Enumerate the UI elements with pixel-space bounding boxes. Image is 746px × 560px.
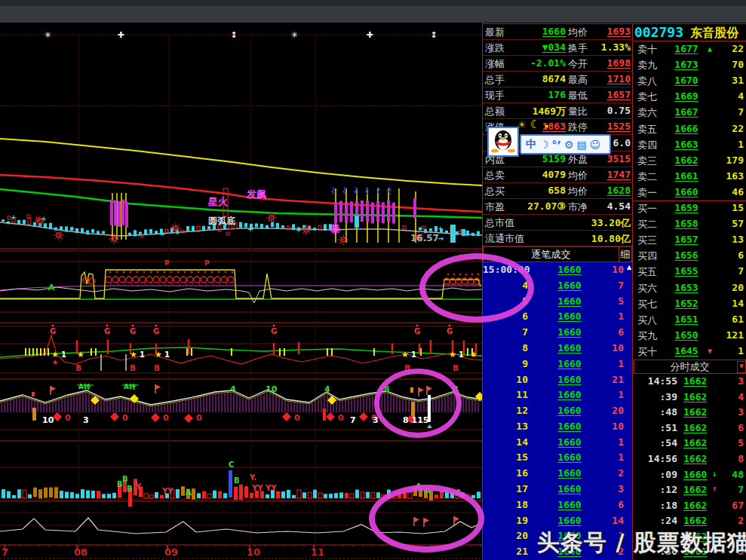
ladder-row[interactable]: 卖十1677▲22 [634, 41, 746, 57]
time-sales-row[interactable]: :5116626 [634, 421, 746, 436]
tick-row[interactable]: 8166010 [483, 341, 632, 357]
tick-row[interactable]: 1416601 [483, 435, 632, 451]
main-chart[interactable]: ✳✚↕✳✚↕+++++++星火发飙圆弧底暴16.57→PPAGGGGGGG★★★… [0, 0, 483, 560]
ladder-volume: 61 [715, 314, 744, 325]
ime-wrench-icon[interactable]: ⚙ [564, 139, 574, 151]
sell-buy-divider [634, 200, 746, 201]
ladder-level-label: 卖九 [637, 59, 657, 72]
time-sales-corner-icon[interactable]: ▼ [737, 361, 746, 373]
ladder-row[interactable]: 买二165857 [634, 216, 746, 232]
ime-moon-icon[interactable]: ☽ [539, 139, 549, 151]
qq-penguin-icon [489, 128, 517, 155]
ladder-row[interactable]: 买八165161 [634, 312, 746, 328]
time-sales-row[interactable]: :4816623 [634, 405, 746, 421]
ladder-row[interactable]: 买一165915 [634, 200, 746, 216]
tick-row[interactable]: 1816606 [483, 497, 632, 513]
svg-text:1: 1 [164, 350, 170, 359]
tick-row[interactable]: 916601 [483, 357, 632, 372]
ladder-row[interactable]: 卖七16694 [634, 89, 746, 105]
tick-volume: 1 [581, 358, 624, 369]
tick-time: 18 [483, 499, 528, 510]
sale-time: :39 [634, 391, 677, 402]
ladder-row[interactable]: 买七165214 [634, 296, 746, 312]
tick-volume: 1 [581, 311, 624, 322]
svg-text:8: 8 [384, 384, 390, 394]
sale-volume: 7 [718, 531, 744, 542]
time-sales-row[interactable]: :2716627 [634, 529, 746, 545]
qq-penguin-logo[interactable] [487, 127, 519, 157]
tick-row[interactable]: 2016601 [483, 528, 632, 544]
tick-row[interactable]: 12166020 [483, 403, 632, 419]
time-sales-row[interactable]: 14:5516623 [634, 374, 746, 390]
tick-row[interactable]: 416607 [483, 278, 632, 294]
qq-ime-toolbar[interactable]: 中 ☽°’⚙▤☺ [520, 134, 611, 155]
time-sales-row[interactable]: :121662↑7 [634, 482, 746, 498]
ladder-price: 1657 [665, 234, 708, 245]
sale-price: 1662 [683, 453, 707, 464]
ime-mode-chinese-button[interactable]: 中 [526, 138, 536, 151]
quote-value: 0.75 [591, 105, 631, 116]
ladder-row[interactable]: 卖八167031 [634, 73, 746, 89]
tick-panel-header: 逐笔成交 [483, 246, 619, 262]
ladder-row[interactable]: 买六165320 [634, 280, 746, 296]
ladder-row[interactable]: 买十1645▼1 [634, 344, 746, 360]
tick-row[interactable]: 616601 [483, 309, 632, 325]
tick-row[interactable]: 1516601 [483, 450, 632, 466]
tick-row[interactable]: 516605 [483, 294, 632, 310]
tick-row[interactable]: 13166010 [483, 419, 632, 435]
svg-text:B: B [453, 364, 459, 372]
ladder-row[interactable]: 卖三1662179 [634, 153, 746, 169]
tick-row[interactable]: 1116601 [483, 387, 632, 403]
ladder-volume: 121 [715, 329, 744, 341]
tick-row[interactable]: 2116602 [483, 544, 632, 560]
ladder-price: 1663 [665, 139, 708, 150]
ladder-row[interactable]: 卖九167370 [634, 57, 746, 73]
ladder-row[interactable]: 卖二1661163 [634, 169, 746, 185]
tick-row[interactable]: 1616602 [483, 466, 632, 482]
time-sales-row[interactable]: :18166267 [634, 498, 746, 514]
svg-text:8 115: 8 115 [403, 415, 428, 425]
svg-text:↕: ↕ [430, 30, 437, 40]
tick-row[interactable]: 19166014 [483, 513, 632, 529]
time-sales-row[interactable]: :091660↓48 [634, 467, 746, 483]
time-sales-list[interactable]: 14:5516623:3916624:4816623:5116626:54166… [634, 374, 746, 560]
time-sales-row[interactable]: 14:5616628 [634, 451, 746, 467]
ladder-row[interactable]: 卖六16677 [634, 105, 746, 121]
time-sales-row[interactable]: :301661↑3 [634, 544, 746, 560]
ladder-price: 1656 [665, 249, 708, 261]
ladder-row[interactable]: 买五16557 [634, 264, 746, 280]
ladder-row[interactable]: 买四16566 [634, 248, 746, 264]
ime-punctuation-icon[interactable]: °’ [552, 139, 561, 151]
tick-time: 14 [483, 436, 528, 448]
tick-time: 15:00:00 [483, 264, 528, 275]
svg-text:10: 10 [247, 546, 260, 558]
tick-list[interactable]: 15:00:0016601041660751660561660171660681… [483, 262, 632, 560]
ladder-price: 1677 [665, 43, 708, 54]
ime-smiley-icon[interactable]: ☺ [590, 139, 601, 151]
quote-value: 1657 [591, 89, 631, 100]
time-sales-row[interactable]: :3916624 [634, 390, 746, 405]
tick-row[interactable]: 15:00:00166010 [483, 262, 632, 278]
time-sales-row[interactable]: :5416625 [634, 436, 746, 451]
tick-row[interactable]: 1716603 [483, 482, 632, 497]
time-sales-row[interactable]: :2416622 [634, 513, 746, 529]
tick-scroll-up-icon[interactable]: ▲ [627, 264, 631, 271]
tick-time: 13 [483, 421, 528, 432]
tick-row[interactable]: 10166021 [483, 372, 632, 388]
ladder-row[interactable]: 卖一166046 [634, 185, 746, 200]
ladder-row[interactable]: 买三165713 [634, 232, 746, 248]
quote-value: ▼034 [504, 41, 566, 53]
time-sales-header: 分时成交 [634, 360, 746, 374]
svg-text:0: 0 [65, 413, 71, 423]
tick-row[interactable]: 716606 [483, 325, 632, 341]
ladder-row[interactable]: 卖四16631 [634, 137, 746, 153]
ladder-level-label: 买二 [637, 218, 657, 231]
quote-value: 1710 [591, 73, 631, 84]
ladder-row[interactable]: 卖五166622 [634, 121, 746, 137]
tick-detail-button[interactable]: 细 [619, 246, 632, 262]
ladder-level-label: 买四 [637, 249, 657, 263]
ladder-row[interactable]: 买九1650121 [634, 328, 746, 344]
ladder-price: 1662 [665, 155, 708, 166]
ime-keyboard-icon[interactable]: ▤ [576, 139, 586, 151]
quote-label: 现手 [485, 89, 505, 103]
